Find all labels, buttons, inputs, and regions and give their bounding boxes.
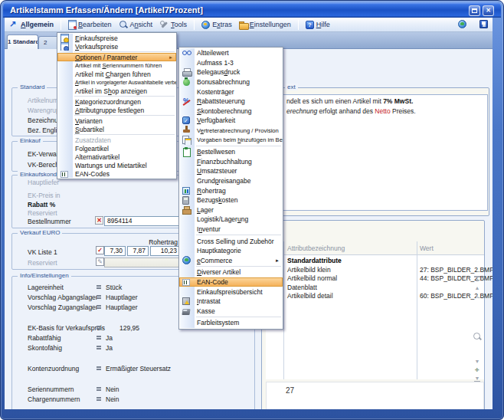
info-row-label: Lagereinheit [28,284,64,291]
toolbar-item-allgemein[interactable]: Allgemein [9,20,54,29]
toolbar: AllgemeinBearbeitenAnsichtToolsExtrasEin… [5,18,493,32]
toolbar-item-label: Tools [171,21,187,28]
verkauf-reserviert-field[interactable] [104,258,180,267]
attribute-row-name[interactable]: Artikelbild normal [287,274,337,282]
menu-item[interactable]: Altteilewert [179,48,283,58]
info-row-label: Kontenzuordnung [28,365,79,372]
menu-item[interactable]: Folgeartikel [57,144,176,153]
page-up-icon[interactable] [473,293,482,300]
attribute-row-name[interactable]: Datenblatt [287,284,317,291]
menu-item[interactable]: Zusatzdaten [57,136,176,144]
toolbar-item-label: Bearbeiten [78,21,112,28]
menu-item[interactable]: Subartikel [57,125,176,133]
menu-item[interactable]: Artikel mit Seriennummern führen [57,61,176,70]
menu-item[interactable]: Logistik/Lagerung [179,215,283,225]
equals-icon [97,396,101,401]
menu-item[interactable]: Skontoberechnung [179,107,283,116]
vk-liste-checkbox-icon[interactable]: ✓ [96,246,104,254]
menu-item[interactable]: Umsatzsteuer [179,166,283,176]
toolbar-item-ansicht[interactable]: Ansicht [119,20,153,29]
menu-item[interactable]: Lager [179,205,283,215]
scroll-up-icon[interactable] [473,284,482,292]
search-magnifier-icon[interactable] [473,332,482,341]
toolbar-item-tools[interactable]: Tools [159,20,187,29]
menu-item[interactable]: Kategoriezuordnungen [57,97,176,106]
menu-item[interactable]: Optionen / Parameter► [57,53,176,61]
toolbar-item-label: Ansicht [130,21,153,28]
vk-price-field-2[interactable]: 7,87 [127,246,149,256]
menu-item[interactable]: Einkaufspreise [57,34,176,42]
menu-item[interactable]: Inventur [179,225,283,235]
infotext-textarea[interactable]: ndelt es sich um einen Artikel mit 7% Mw… [270,94,488,211]
field-label: Rabatt % [28,201,55,208]
attribute-row-name[interactable]: Artikelbild detail [287,292,333,300]
menu-item-label: Folgeartikel [75,145,109,153]
save-icon-button[interactable] [479,18,488,31]
attribute-note-box[interactable]: 27 [266,382,484,409]
menu-item[interactable]: Hauptkategorie [179,246,283,256]
menu-item[interactable]: Verfügbarkeit [179,116,283,126]
tab-standard[interactable]: 1 Standard [7,34,38,49]
costs-icon [182,196,189,205]
menu-item[interactable]: Varianten [57,116,176,125]
reserviert-note-icon[interactable]: ✎ [96,258,104,266]
insert-row-icon[interactable] [473,366,482,374]
menu-item[interactable]: Verkaufspreise [57,42,176,51]
menu-item[interactable]: Grundpreisangabe [179,176,283,186]
scroll-down-icon[interactable] [473,358,482,366]
menu-item[interactable]: Artikel in vorgelagerter Auswahltabelle … [57,78,176,87]
menu-item-label: Belegausdruck [197,68,240,76]
toolbar-item-extras[interactable]: Extras [201,21,232,29]
menu-item[interactable]: eCommerce► [179,255,283,265]
menu-item-label: Finanzbuchhaltung [197,158,252,166]
group-standard-label: Standard [18,84,47,90]
menu-item-label: Cross Selling und Zubehör [197,238,274,245]
menu-item[interactable]: Rohertrag [179,185,283,195]
toolbar-item-bearbeiten[interactable]: Bearbeiten [68,20,112,29]
menu-item[interactable]: Belegausdruck [179,67,283,77]
equals-icon [97,284,101,289]
menu-item-label: Artikel mit Chargen führen [75,71,151,78]
menu-item[interactable]: Intrastat [179,297,283,307]
menu-item[interactable]: Finanzbuchhaltung [179,157,283,167]
menu-item-label: Einkaufspreisübersicht [197,288,263,296]
menu-item[interactable]: EAN-Code [179,277,283,287]
toolbar-item-hilfe[interactable]: Hilfe [306,21,330,29]
vk-rohertrag-field[interactable]: 10,23 [150,246,180,256]
menu-item[interactable]: Alternativartikel [57,153,176,161]
info-row-value: Hauptlager [106,304,138,311]
menu-item[interactable]: Kostenträger [179,87,283,97]
menu-item[interactable]: Artikel mit Chargen führen [57,70,176,78]
toolbar-item-label: Hilfe [316,21,330,28]
menu-item[interactable]: Aufmass 1-3 [179,58,283,68]
vk-price-field-1[interactable]: 7,30 [104,246,126,256]
attribute-row-name[interactable]: Standardattribute [287,257,342,264]
menu-item[interactable]: Vertreterabrechnung / Provision [179,126,283,136]
clear-bestellnummer-icon[interactable]: ✕ [95,216,103,225]
menu-item-label: Intrastat [197,297,221,305]
world-icon-button[interactable] [458,18,466,31]
menu-item[interactable]: Einkaufspreisübersicht [179,287,283,297]
menu-item[interactable]: Wartungs und Mietartikel [57,161,176,169]
menu-item[interactable]: Bezugskosten [179,195,283,205]
menu-item[interactable]: Artikel im Shop anzeigen [57,87,176,95]
menu-item[interactable]: Farbleitsystem [179,318,283,328]
restore-button[interactable] [469,5,480,16]
bestellnummer-field[interactable]: 8954114 [104,216,180,226]
menu-item[interactable]: EAN-Codes [57,169,176,178]
view-magnifier-icon [119,20,128,29]
scroll-top-icon[interactable] [473,276,482,284]
attribute-row-name[interactable]: Artikelbild klein [287,266,331,274]
menu-item[interactable]: Rabattsteuerung [179,97,283,107]
menu-item[interactable]: Diverser Artikel [179,267,283,277]
menu-item[interactable]: Vorgaben beim hinzufügen im Beleg [179,135,283,145]
menu-item[interactable]: Kasse [179,306,283,316]
menu-item[interactable]: Bonusabrechnung [179,77,283,87]
toolbar-item-einstellungen[interactable]: Einstellungen [239,21,291,29]
menu-item[interactable]: Bestellwesen [179,147,283,157]
attribute-row-value[interactable]: 27: BSP_BILDER_2.BMP [420,266,493,274]
menu-item[interactable]: Attributgruppe festlegen [57,106,176,114]
close-button[interactable]: ✕ [483,5,494,16]
menu-item[interactable]: Cross Selling und Zubehör [179,236,283,246]
app-window: Artikelstamm Erfassen/Ändern [Artikel7Pr… [0,0,504,420]
